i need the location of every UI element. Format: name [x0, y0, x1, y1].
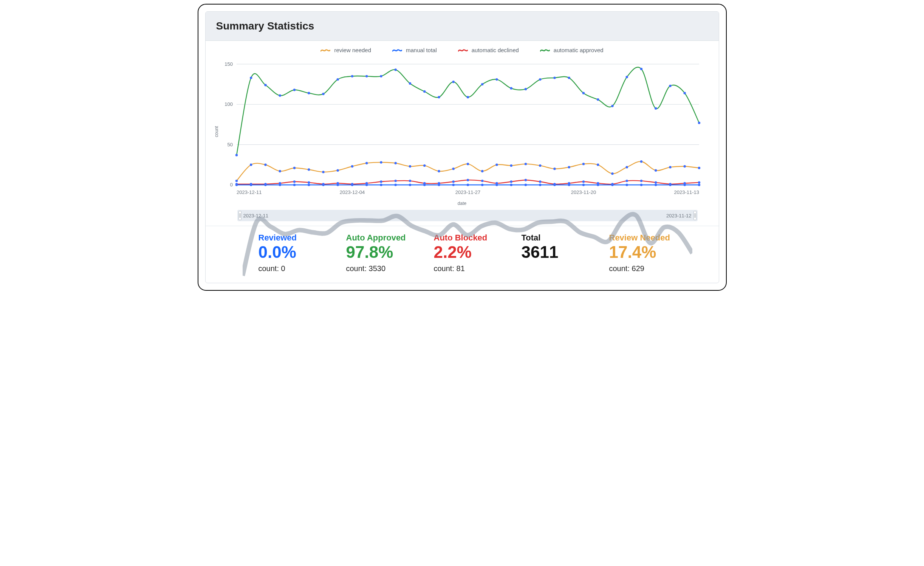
svg-point-40 — [625, 76, 628, 78]
svg-point-47 — [250, 164, 252, 166]
card-title: Summary Statistics — [216, 20, 708, 32]
svg-point-120 — [351, 184, 353, 186]
svg-point-113 — [250, 184, 252, 186]
brush-sparkline — [243, 211, 692, 283]
svg-point-129 — [481, 184, 483, 186]
svg-point-24 — [394, 68, 396, 71]
svg-point-73 — [625, 166, 628, 168]
range-brush-area: 2023-12-11 2023-11-12 — [213, 208, 711, 225]
svg-point-48 — [264, 164, 266, 166]
svg-point-71 — [597, 164, 599, 166]
svg-point-96 — [481, 180, 483, 182]
svg-point-100 — [539, 180, 541, 183]
svg-point-54 — [351, 165, 353, 167]
svg-point-30 — [481, 83, 483, 85]
svg-point-108 — [655, 181, 657, 183]
svg-point-128 — [466, 184, 469, 186]
svg-point-19 — [322, 93, 324, 95]
svg-point-125 — [423, 184, 426, 186]
svg-point-65 — [510, 164, 512, 167]
svg-point-13 — [235, 154, 237, 156]
svg-point-141 — [655, 184, 657, 186]
plot[interactable]: count 050100150 2023-12-112023-12-042023… — [213, 55, 711, 208]
svg-point-62 — [466, 163, 469, 165]
legend-item-automatic-declined[interactable]: automatic declined — [458, 47, 519, 53]
wave-icon — [320, 48, 330, 53]
svg-point-91 — [409, 180, 411, 182]
svg-point-23 — [380, 75, 382, 77]
svg-point-140 — [640, 184, 642, 186]
svg-point-51 — [308, 168, 310, 171]
svg-text:100: 100 — [224, 101, 233, 107]
svg-point-60 — [438, 170, 440, 172]
svg-point-15 — [264, 84, 266, 86]
svg-point-25 — [409, 82, 411, 85]
svg-text:2023-12-11: 2023-12-11 — [237, 189, 262, 195]
legend-label: automatic declined — [472, 47, 519, 53]
svg-point-107 — [640, 180, 642, 182]
y-axis-label: count — [214, 126, 219, 137]
legend-item-automatic-approved[interactable]: automatic approved — [540, 47, 604, 53]
svg-point-119 — [336, 184, 339, 186]
svg-point-138 — [611, 184, 613, 186]
svg-point-44 — [683, 92, 686, 94]
svg-point-70 — [582, 163, 584, 165]
svg-point-43 — [669, 85, 671, 87]
svg-point-17 — [293, 89, 295, 91]
brush-handle-left[interactable] — [238, 211, 241, 220]
svg-point-106 — [625, 180, 628, 182]
svg-point-42 — [655, 107, 657, 110]
svg-point-118 — [322, 184, 324, 186]
svg-point-77 — [683, 165, 686, 167]
svg-point-66 — [524, 163, 526, 165]
svg-point-53 — [336, 169, 339, 171]
legend-label: manual total — [406, 47, 437, 53]
svg-point-134 — [553, 184, 556, 186]
svg-point-20 — [336, 78, 339, 81]
svg-point-32 — [510, 87, 512, 89]
svg-point-121 — [365, 184, 368, 186]
svg-point-95 — [466, 179, 469, 181]
brush-handle-right[interactable] — [693, 211, 696, 220]
svg-point-111 — [698, 181, 700, 183]
legend-item-manual-total[interactable]: manual total — [392, 47, 437, 53]
svg-text:2023-11-27: 2023-11-27 — [455, 189, 480, 195]
svg-point-28 — [452, 81, 454, 83]
svg-point-123 — [394, 184, 396, 186]
svg-point-52 — [322, 171, 324, 173]
svg-point-36 — [568, 77, 570, 79]
svg-point-18 — [308, 92, 310, 94]
legend-item-review-needed[interactable]: review needed — [320, 47, 371, 53]
line-chart-svg: 050100150 2023-12-112023-12-042023-11-27… — [213, 55, 704, 198]
svg-point-35 — [553, 77, 556, 79]
svg-point-27 — [438, 96, 440, 98]
svg-point-142 — [669, 184, 671, 186]
svg-point-64 — [495, 164, 498, 166]
range-brush[interactable]: 2023-12-11 2023-11-12 — [237, 210, 698, 221]
svg-point-126 — [438, 184, 440, 186]
svg-point-115 — [279, 184, 281, 186]
legend-label: automatic approved — [554, 47, 604, 53]
svg-point-127 — [452, 184, 454, 186]
svg-point-76 — [669, 166, 671, 168]
svg-point-130 — [495, 184, 498, 186]
svg-point-89 — [380, 180, 382, 183]
svg-point-132 — [524, 184, 526, 186]
svg-point-99 — [524, 179, 526, 181]
svg-point-50 — [293, 167, 295, 169]
svg-point-46 — [235, 180, 237, 182]
svg-point-16 — [279, 94, 281, 96]
svg-point-124 — [409, 184, 411, 186]
svg-point-49 — [279, 170, 281, 172]
svg-point-56 — [380, 161, 382, 163]
svg-point-57 — [394, 162, 396, 164]
svg-point-63 — [481, 170, 483, 172]
svg-point-90 — [394, 180, 396, 182]
svg-point-59 — [423, 164, 426, 167]
summary-statistics-card: Summary Statistics review needed manual … — [205, 11, 719, 283]
svg-point-45 — [698, 122, 700, 124]
svg-point-133 — [539, 184, 541, 186]
svg-point-131 — [510, 184, 512, 186]
x-axis-label: date — [213, 198, 711, 208]
svg-point-84 — [308, 181, 310, 183]
